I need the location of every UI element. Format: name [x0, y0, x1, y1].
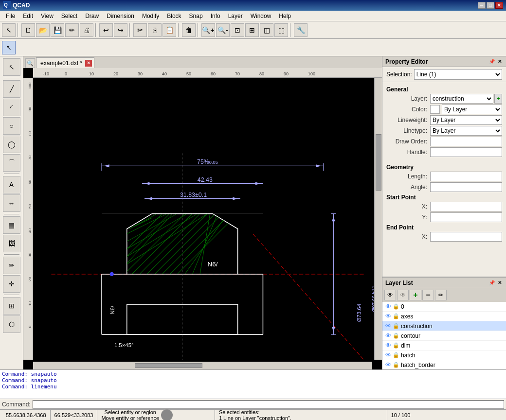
color-dropdown[interactable]: By Layer: [442, 105, 502, 114]
ellipse-tool-btn[interactable]: ◯: [3, 136, 20, 153]
layer-show-all-button[interactable]: 👁: [384, 290, 396, 300]
arc-tool-btn[interactable]: ◜: [3, 99, 20, 116]
layer-lock-icon[interactable]: 🔒: [392, 342, 400, 350]
layer-list-close-button[interactable]: ✕: [496, 280, 503, 286]
menubar-item-help[interactable]: Help: [275, 12, 295, 20]
image-tool-btn[interactable]: 🖼: [3, 235, 20, 252]
linetype-dropdown[interactable]: By Layer: [430, 126, 502, 136]
delete-button[interactable]: 🗑: [182, 23, 196, 37]
list-item[interactable]: 👁 🔒 axes: [382, 312, 506, 321]
vertical-scrollbar[interactable]: [374, 78, 382, 360]
draw-order-input[interactable]: 30: [430, 137, 502, 146]
horizontal-scrollbar[interactable]: [33, 362, 372, 369]
layer-visibility-icon[interactable]: 👁: [384, 342, 392, 350]
new-button[interactable]: 🗋: [21, 23, 35, 37]
length-input[interactable]: 120: [430, 172, 502, 181]
dimension-tool-btn[interactable]: ↔: [3, 194, 20, 212]
layer-remove-button[interactable]: −: [422, 290, 434, 300]
maximize-button[interactable]: □: [487, 2, 494, 9]
list-item[interactable]: 👁 🔒 construction: [382, 321, 506, 331]
list-item[interactable]: 👁 🔒 dim: [382, 341, 506, 350]
print-button[interactable]: 🖨: [80, 23, 93, 37]
selection-dropdown[interactable]: Line (1): [414, 69, 502, 80]
layer-visibility-icon[interactable]: 👁: [384, 303, 392, 311]
menubar-item-select[interactable]: Select: [57, 12, 81, 20]
menubar-item-layer[interactable]: Layer: [224, 12, 247, 20]
layer-lock-icon[interactable]: 🔒: [392, 332, 400, 340]
hscroll-thumb[interactable]: [135, 363, 202, 368]
command-input[interactable]: [33, 400, 504, 409]
menubar-item-draw[interactable]: Draw: [81, 12, 103, 20]
zoom-prev-button[interactable]: ◫: [260, 23, 273, 37]
layer-add-button[interactable]: +: [494, 94, 502, 104]
modify-tool-btn[interactable]: ✏: [3, 257, 20, 274]
save-button[interactable]: 💾: [51, 23, 64, 37]
layer-hide-button[interactable]: 👁: [397, 290, 409, 300]
text-tool-btn[interactable]: A: [3, 176, 20, 193]
layer-list-pin-button[interactable]: 📌: [488, 280, 495, 286]
minimize-button[interactable]: ─: [478, 2, 486, 9]
line-tool-btn[interactable]: ╱: [3, 80, 20, 98]
3d-tool-btn[interactable]: ⬡: [3, 315, 20, 333]
layer-lock-icon[interactable]: 🔒: [392, 303, 400, 311]
polyline-tool-btn[interactable]: ⌒: [3, 154, 20, 172]
layer-edit-button[interactable]: ✏: [435, 290, 447, 300]
redo-button[interactable]: ↪: [114, 23, 127, 37]
handle-input[interactable]: 0x70: [430, 147, 502, 157]
layer-visibility-icon[interactable]: 👁: [384, 351, 392, 359]
tab-close-button[interactable]: ✕: [85, 60, 92, 67]
undo-button[interactable]: ↩: [99, 23, 113, 37]
menubar-item-modify[interactable]: Modify: [138, 12, 163, 20]
close-button[interactable]: ✕: [495, 2, 503, 9]
end-x-input[interactable]: 120: [430, 232, 502, 242]
tab-search-button[interactable]: 🔍: [25, 58, 35, 68]
zoom-sel-button[interactable]: ⊞: [245, 23, 259, 37]
select-tool-btn[interactable]: ↖: [3, 58, 20, 76]
layer-visibility-icon[interactable]: 👁: [384, 361, 392, 369]
menubar-item-snap[interactable]: Snap: [185, 12, 207, 20]
menubar-item-dimension[interactable]: Dimension: [103, 12, 138, 20]
menubar-item-info[interactable]: Info: [207, 12, 224, 20]
list-item[interactable]: 👁 🔒 contour: [382, 331, 506, 341]
list-item[interactable]: 👁 🔒 0: [382, 302, 506, 312]
menubar-item-block[interactable]: Block: [163, 12, 185, 20]
layer-visibility-icon[interactable]: 👁: [384, 313, 392, 320]
layer-add-button[interactable]: +: [410, 290, 421, 300]
save-as-button[interactable]: ✏: [65, 23, 79, 37]
canvas[interactable]: 75%0.05 42.43 31.83±0.1 N6/ N6/: [33, 78, 382, 360]
menubar-item-view[interactable]: View: [37, 12, 57, 20]
layer-visibility-icon[interactable]: 👁: [384, 322, 392, 330]
start-x-input[interactable]: 0: [430, 202, 502, 211]
zoom-window-button[interactable]: ⬚: [274, 23, 288, 37]
properties-button[interactable]: 🔧: [294, 23, 307, 37]
zoom-fit-button[interactable]: ⊡: [231, 23, 244, 37]
layer-visibility-icon[interactable]: 👁: [384, 332, 392, 340]
menubar-item-window[interactable]: Window: [247, 12, 275, 20]
layer-lock-icon[interactable]: 🔒: [392, 322, 400, 330]
zoom-in-button[interactable]: 🔍+: [201, 23, 215, 37]
hatch-tool-btn[interactable]: ▦: [3, 216, 20, 234]
property-editor-pin-button[interactable]: 📌: [488, 58, 495, 65]
canvas-wrapper[interactable]: -10 0 10 20 30 40 50 60 70 80 90 100 100: [23, 68, 382, 369]
menubar-item-file[interactable]: File: [2, 12, 19, 20]
menubar-item-edit[interactable]: Edit: [19, 12, 37, 20]
copy-button[interactable]: ⎘: [148, 23, 162, 37]
lineweight-dropdown[interactable]: By Layer: [430, 115, 502, 125]
list-item[interactable]: 👁 🔒 hatch: [382, 350, 506, 360]
block-tool-btn[interactable]: ⊞: [3, 297, 20, 315]
property-editor-close-button[interactable]: ✕: [496, 58, 503, 65]
circle-tool-btn[interactable]: ○: [3, 117, 20, 135]
layer-lock-icon[interactable]: 🔒: [392, 351, 400, 359]
drawing-tab[interactable]: example01.dxf * ✕: [36, 57, 94, 68]
list-item[interactable]: 👁 🔒 hatch_border: [382, 360, 506, 369]
vscroll-thumb[interactable]: [376, 134, 381, 191]
layer-lock-icon[interactable]: 🔒: [392, 361, 400, 369]
start-y-input[interactable]: 36.82: [430, 212, 502, 222]
pointer-tool-button[interactable]: ↖: [2, 23, 16, 37]
arrow-select-button[interactable]: ↖: [2, 41, 16, 54]
layer-lock-icon[interactable]: 🔒: [392, 313, 400, 320]
open-button[interactable]: 📂: [36, 23, 50, 37]
paste-button[interactable]: 📋: [163, 23, 176, 37]
angle-input[interactable]: 0: [430, 182, 502, 192]
snap-tool-btn[interactable]: ✛: [3, 275, 20, 293]
